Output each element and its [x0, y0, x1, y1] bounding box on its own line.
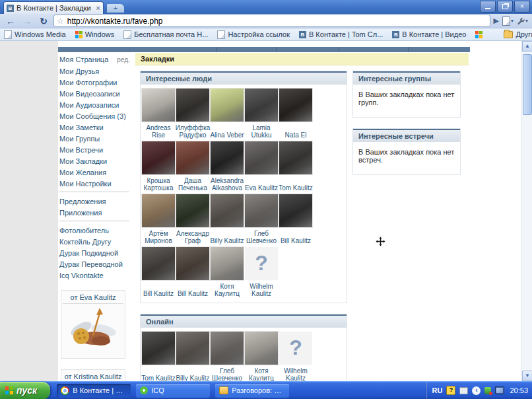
person-name-link[interactable]: Глеб Шевченко: [210, 367, 244, 381]
person-photo[interactable]: [142, 332, 175, 365]
person-photo[interactable]: [279, 194, 312, 227]
restore-button[interactable]: [497, 1, 513, 13]
person-card[interactable]: Крошка Картошка: [141, 141, 176, 192]
scroll-down-icon[interactable]: ▼: [522, 371, 532, 381]
person-name-link[interactable]: Nata El: [285, 131, 307, 139]
tab-close-icon[interactable]: ×: [96, 4, 100, 12]
person-photo[interactable]: [142, 247, 175, 280]
minimize-button[interactable]: [480, 1, 496, 13]
bookmark-item[interactable]: Настройка ссылок: [217, 30, 290, 39]
scroll-up-icon[interactable]: ▲: [522, 41, 532, 52]
person-name-link[interactable]: Глеб Шевченко: [244, 230, 279, 244]
sidebar-app-link[interactable]: Дурак Переводной: [59, 260, 133, 268]
person-card[interactable]: Bill Kaulitz: [279, 194, 313, 244]
person-name-link[interactable]: Bill Kaulitz: [178, 290, 208, 297]
person-card[interactable]: Tom Kaulitz: [141, 332, 176, 381]
person-photo[interactable]: ?: [279, 332, 312, 365]
person-name-link[interactable]: Billy Kaulitz: [176, 375, 209, 381]
taskbar-task-button[interactable]: Разговоров: 2 - gleb ...: [215, 384, 289, 398]
person-photo[interactable]: [176, 141, 209, 174]
sidebar-link[interactable]: Мои Фотографии: [59, 79, 133, 87]
page-scrollbar[interactable]: ▲ ▼: [521, 41, 532, 381]
person-photo[interactable]: [211, 89, 244, 122]
person-name-link[interactable]: Котя Каулитц: [244, 367, 279, 381]
sidebar-app-link[interactable]: Коктейль Другу: [59, 238, 133, 246]
person-name-link[interactable]: Wilhelm Kaulitz: [244, 283, 279, 297]
person-photo[interactable]: [176, 247, 209, 280]
person-name-link[interactable]: Wilhelm Kaulitz: [279, 367, 313, 381]
address-bar[interactable]: ☆ http://vkontakte.ru/fave.php: [53, 15, 490, 27]
person-card[interactable]: Lamia Utukku: [244, 89, 279, 139]
new-tab-button[interactable]: +: [107, 4, 124, 13]
taskbar-task-button[interactable]: В Контакте | Закла...: [57, 384, 131, 398]
person-photo[interactable]: [279, 89, 312, 122]
person-photo[interactable]: [176, 89, 209, 122]
bookmark-star-icon[interactable]: ☆: [57, 17, 64, 26]
person-card[interactable]: ? Wilhelm Kaulitz: [244, 247, 279, 297]
person-card[interactable]: Даша Печенька: [176, 141, 210, 192]
sidebar-link[interactable]: Мои Видеозаписи: [59, 90, 133, 98]
person-name-link[interactable]: Aleksandra Alkashova: [210, 177, 244, 192]
page-menu-button[interactable]: ▾: [502, 17, 514, 26]
person-photo[interactable]: [245, 332, 278, 365]
person-photo[interactable]: [211, 194, 244, 227]
bookmark-item[interactable]: Бесплатная почта Н...: [123, 30, 208, 39]
sidebar-app-link[interactable]: Фотолюбитель: [59, 227, 133, 235]
person-card[interactable]: Глеб Шевченко: [244, 194, 279, 244]
sidebar-edit-link[interactable]: ред.: [117, 56, 130, 63]
person-photo[interactable]: [176, 332, 209, 365]
gift-from-link[interactable]: от Kristina Kaulitz: [63, 373, 123, 381]
gift-box[interactable]: от Kristina Kaulitz: [61, 369, 125, 381]
person-photo[interactable]: [279, 141, 312, 174]
person-card[interactable]: Billy Kaulitz: [210, 194, 244, 244]
person-card[interactable]: Александр Граф: [176, 194, 210, 244]
person-name-link[interactable]: Lamia Utukku: [244, 124, 279, 139]
person-photo[interactable]: [245, 89, 278, 122]
person-name-link[interactable]: Артём Миронов: [141, 230, 176, 244]
gift-from-link[interactable]: от Eva Kaulitz: [63, 293, 123, 304]
sidebar-app-link[interactable]: Icq Vkontakte: [59, 272, 133, 279]
reload-icon[interactable]: ↻: [37, 16, 50, 26]
person-name-link[interactable]: Bill Kaulitz: [281, 237, 311, 244]
display-tray-icon[interactable]: [495, 386, 504, 394]
person-card[interactable]: Илуфффка Радуфко: [176, 89, 210, 139]
gift-box[interactable]: от Eva Kaulitz: [61, 290, 125, 359]
sidebar-link[interactable]: Мои Настройки: [59, 180, 133, 188]
person-photo[interactable]: [142, 194, 175, 227]
person-card[interactable]: Aleksandra Alkashova: [210, 141, 244, 192]
person-card[interactable]: Tom Kaulitz: [279, 141, 313, 192]
person-photo[interactable]: ?: [245, 247, 278, 280]
scrollbar-thumb[interactable]: [523, 54, 532, 115]
person-card[interactable]: Billy Kaulitz: [176, 332, 210, 381]
start-button[interactable]: пуск: [0, 382, 50, 399]
sidebar-link[interactable]: Мои Аудиозаписи: [59, 101, 133, 109]
person-card[interactable]: Eva Kaulitz: [244, 141, 279, 192]
person-photo[interactable]: [142, 141, 175, 174]
person-name-link[interactable]: Илуфффка Радуфко: [176, 124, 211, 139]
person-name-link[interactable]: Tom Kaulitz: [279, 184, 313, 192]
bookmark-item[interactable]: Windows Media: [4, 30, 66, 39]
person-name-link[interactable]: Александр Граф: [176, 230, 210, 244]
go-icon[interactable]: ▶: [494, 17, 499, 25]
person-card[interactable]: Bill Kaulitz: [141, 247, 176, 297]
sidebar-link[interactable]: Мои Заметки: [59, 124, 133, 131]
close-button[interactable]: ×: [514, 1, 530, 13]
bookmark-item[interactable]: Windows: [75, 30, 115, 38]
person-card[interactable]: Котя Каулитц: [210, 247, 244, 297]
taskbar-task-button[interactable]: ICQ: [136, 384, 210, 398]
bookmark-item[interactable]: В Контакте | Видео: [392, 30, 466, 38]
sidebar-app-link[interactable]: Дурак Подкидной: [59, 249, 133, 257]
sidebar-link[interactable]: Мои Желания: [59, 168, 133, 176]
bookmark-item[interactable]: В Контакте | Tom Сл...: [299, 30, 383, 38]
person-name-link[interactable]: Eva Kaulitz: [245, 184, 278, 192]
language-indicator[interactable]: RU: [432, 386, 443, 394]
person-photo[interactable]: [245, 141, 278, 174]
forward-icon[interactable]: →: [20, 16, 34, 26]
sidebar-link[interactable]: Мои Друзья: [59, 67, 133, 75]
tray-collapse-chevron-icon[interactable]: ‹: [472, 386, 481, 395]
person-card[interactable]: Котя Каулитц: [244, 332, 279, 381]
person-card[interactable]: ? Wilhelm Kaulitz: [279, 332, 313, 381]
back-icon[interactable]: ←: [4, 16, 17, 26]
sidebar-link[interactable]: Мои Группы: [59, 135, 133, 143]
sidebar-link[interactable]: Мои Сообщения (3): [59, 112, 133, 120]
